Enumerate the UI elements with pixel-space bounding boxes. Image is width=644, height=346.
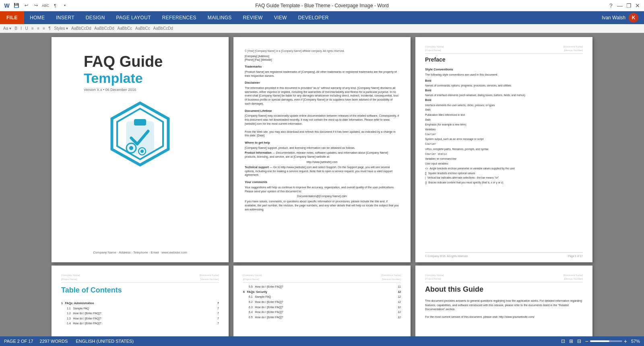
redo-icon[interactable]: ↪ [32,2,39,9]
format-icon[interactable]: ¶ [52,2,59,9]
cover-logo [106,100,174,168]
conventions-list: Bold Names of commands, options, program… [425,79,583,185]
preface-footer-left: © Company 2016. All rights reserved. [425,254,469,258]
ribbon-commands: Aa ▾ B I U ≡ ≡ ≡ ¶ Styles ▾ AaBbCcDd AaB… [0,24,644,33]
cover-faq-title: FAQ Guide [84,53,163,70]
tab-mailings[interactable]: MAILINGS [202,11,237,24]
about-company: [Company Name] [425,274,444,277]
cover-footer: Company Name · Address · Telephone · Ema… [93,239,187,254]
zoom-plus[interactable]: + [624,338,627,344]
cover-version: Version X.x • 06 December 2016 [84,88,163,92]
about-text2: For the most current version of this doc… [425,315,583,319]
quick-access-toolbar: W 💾 ↩ ↪ ABC ¶ ▾ [3,2,68,9]
svg-rect-3 [134,119,146,126]
company-contact: [Phone] [Fax] [Website] [245,58,399,62]
spellcheck-icon[interactable]: ABC [42,2,49,9]
legal-page: © [Year] [Company Name] or a [Company Na… [233,37,411,262]
toc-version: [Version Number] [200,278,219,282]
cover-page: FAQ Guide Template Version X.x • 06 Dece… [52,37,229,262]
conv-user-input: User input variables [425,162,583,166]
style-conventions-title: Style Conventions [425,67,583,72]
preface-page: [Company Name] [Project Name] [Document … [415,37,592,262]
conv-variables: Variables [425,128,583,132]
zoom-control[interactable]: − + [585,338,627,344]
tab-insert[interactable]: INSERT [50,11,80,24]
ribbon-tabs: FILE HOME INSERT DESIGN PAGE LAYOUT REFE… [0,11,644,24]
about-title: About this Guide [425,284,583,295]
svg-point-7 [140,150,144,153]
toc-company: [Company Name] [61,274,80,278]
zoom-slider-fill [590,340,609,342]
zoom-level: 57% [631,339,640,344]
zoom-slider[interactable] [590,340,622,342]
undo-icon[interactable]: ↩ [23,2,30,9]
help-text: [Company Name] support, product, and lic… [245,146,399,150]
tab-references[interactable]: REFERENCES [157,11,202,24]
dropdown-icon[interactable]: ▾ [61,2,68,9]
word-icon: W [3,2,10,9]
comments-title: Your comments [245,180,399,185]
tab-home[interactable]: HOME [24,11,50,24]
status-bar: PAGE 2 OF 17 2297 WORDS ENGLISH (UNITED … [0,336,644,346]
copyright-text: © [Year] [Company Name] or a [Company Na… [245,49,399,53]
conv-courier-2: URLs, complete paths, filenames, prompts… [425,147,583,151]
preface-doc-name: [Document Name] [564,45,583,49]
restore-button[interactable]: ❐ [625,2,632,9]
conv-bold-2: Names of interface elements (such window… [425,93,583,97]
tab-page-layout[interactable]: PAGE LAYOUT [111,11,157,24]
minimize-button[interactable]: — [617,2,623,9]
about-docname: [Document Name] [564,274,583,277]
title-bar: W 💾 ↩ ↪ ABC ¶ ▾ FAQ Guide Template - Blu… [0,0,644,11]
product-info: Product Information — Documentation, rel… [245,151,399,159]
preface-project-name: [Project Name] [425,49,444,52]
view-icon-print[interactable]: ⊡ [561,338,565,344]
about-version: [Version Number] [564,277,583,281]
window-controls: ? — ❐ ✕ [608,2,641,9]
about-header: [Company Name] [Project Name] [Document … [425,274,583,282]
preface-version: [Version Number] [564,49,583,52]
tech-bold: Technical support [245,166,269,169]
toc-title: Table of Contents [61,284,219,296]
user-name: Ivan Walsh [602,15,625,21]
tab-view[interactable]: VIEW [268,11,293,24]
conv-courier-1: System output, such as an error message … [425,137,583,141]
word-count: 2297 WORDS [40,339,68,344]
zoom-minus[interactable]: − [585,338,588,344]
tab-design[interactable]: DESIGN [80,11,111,24]
pages-row-bottom: [Company Name] [Project Name] [Document … [52,266,592,336]
tab-developer[interactable]: DEVELOPER [293,11,334,24]
preface-footer: © Company 2016. All rights reserved. Pag… [425,252,583,258]
tech-support: Technical support — Go to http://www.[we… [245,165,399,177]
toc-docname: [Document Name] [200,274,219,278]
view-icon-web[interactable]: ⊞ [569,338,573,344]
user-avatar: K [629,13,638,23]
style-intro: The following style conventions are used… [425,73,583,77]
language: ENGLISH (UNITED STATES) [76,339,134,344]
preface-company-name: [Company Name] [425,45,444,49]
toc-mid-entries: 5.5 How do I [Enter FAQ]? 11 6 FAQs: Sec… [243,284,401,320]
ribbon-cmd-strip: Aa ▾ B I U ≡ ≡ ≡ ¶ Styles ▾ AaBbCcDd AaB… [3,26,173,31]
save-icon[interactable]: 💾 [13,2,20,9]
preface-title: Preface [425,56,583,64]
trademarks-text: [Product Name] are registered trademarks… [245,70,399,78]
preface-footer-right: Page 3 of 17 [568,254,583,258]
toc-mid-header: [Company Name] [Project Name] [Document … [243,274,401,283]
help-button[interactable]: ? [608,2,614,9]
user-area: Ivan Walsh K [596,11,644,24]
comments-text: Your suggestions will help us continue t… [245,185,399,194]
conv-courier-static: Variables on command line [425,157,583,161]
tab-review[interactable]: REVIEW [237,11,268,24]
company-address: [Company] [Address] [245,54,399,58]
status-right: ⊡ ⊞ ⊟ − + 57% [561,338,640,344]
close-button[interactable]: ✕ [634,2,641,9]
view-icon-read[interactable]: ⊟ [577,338,581,344]
about-text1: This document provides answers to genera… [425,299,583,312]
cover-template-title: Template [84,70,163,86]
language-text: ENGLISH (UNITED STATES) [76,339,134,344]
pages-row-top: FAQ Guide Template Version X.x • 06 Dece… [52,37,592,262]
toc-mid-page: [Company Name] [Project Name] [Document … [233,266,411,336]
toc-page: [Company Name] [Project Name] [Document … [52,266,229,336]
tab-file[interactable]: FILE [0,11,24,24]
conv-italic-1: Publication titles referenced in text [425,113,583,117]
lifetime-text2: From the Web site, you may also download… [245,130,399,138]
